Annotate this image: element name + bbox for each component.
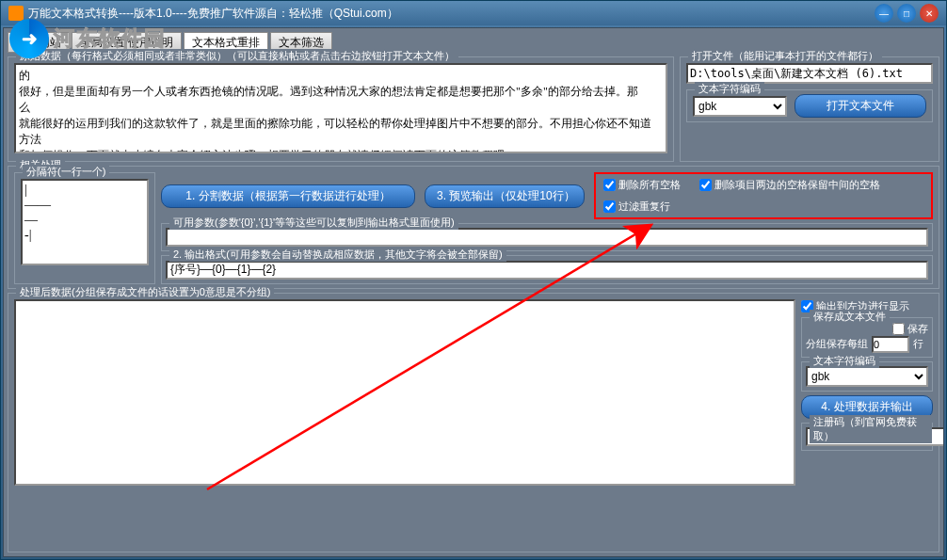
- openfile-fieldset: 打开文件（能用记事本打开的文件都行） 文本字符编码 gbk 打开文本文件: [680, 56, 939, 162]
- enc-save-legend: 文本字符编码: [810, 354, 879, 368]
- encoding-select-open[interactable]: gbk: [693, 96, 787, 117]
- reg-fieldset: 注册码（到官网免费获取） ...: [801, 423, 933, 451]
- processed-fieldset: 处理后数据(分组保存成文件的话设置为0意思是不分组) 输出到左边进行显示 保存成…: [8, 293, 939, 553]
- file-path-input[interactable]: [686, 63, 933, 84]
- enc-save-fieldset: 文本字符编码 gbk: [801, 361, 933, 392]
- group-label-b: 行: [913, 337, 923, 351]
- enc-legend-open: 文本字符编码: [695, 82, 764, 96]
- options-highlight-box: 删除所有空格 删除项目两边的空格保留中间的空格 过滤重复行: [594, 172, 933, 219]
- outfmt-fieldset: 2. 输出格式(可用参数会自动替换成相应数据，其他文字将会被全部保留): [161, 255, 933, 284]
- group-label-a: 分组保存每组: [806, 337, 868, 351]
- minimize-button[interactable]: —: [875, 4, 893, 23]
- preview-button[interactable]: 3. 预览输出（仅处理10行）: [425, 184, 585, 208]
- split-button[interactable]: 1. 分割数据（根据第一行数据进行处理）: [161, 184, 415, 208]
- raw-data-fieldset: 原始数据（每行格式必须相同或者非常类似）（可以直接粘帖或者点击右边按钮打开文本文…: [8, 56, 674, 162]
- close-button[interactable]: ✕: [920, 4, 939, 23]
- params-legend: 可用参数(参数'{0}','{1}'等等这些可以复制到输出格式里面使用): [169, 216, 458, 230]
- app-icon: [8, 6, 24, 21]
- delimiter-textarea[interactable]: [21, 179, 149, 265]
- outfmt-input[interactable]: [166, 261, 928, 280]
- titlebar[interactable]: 万能文本格式转换----版本1.0----免费推广软件源自：轻松推（QStui.…: [1, 1, 946, 25]
- delim-fieldset: 分隔符(一行一个): [14, 172, 155, 284]
- raw-data-textarea[interactable]: [14, 63, 667, 153]
- raw-legend: 原始数据（每行格式必须相同或者非常类似）（可以直接粘帖或者点击右边按钮打开文本文…: [16, 49, 458, 63]
- chk-trim-sides[interactable]: 删除项目两边的空格保留中间的空格: [699, 178, 880, 192]
- save-legend: 保存成文本文件: [810, 310, 890, 324]
- maximize-button[interactable]: □: [897, 4, 916, 23]
- output-textarea[interactable]: [14, 299, 795, 486]
- chk-dedup[interactable]: 过滤重复行: [603, 200, 670, 214]
- processed-legend: 处理后数据(分组保存成文件的话设置为0意思是不分组): [16, 285, 274, 299]
- encoding-select-save[interactable]: gbk: [806, 366, 928, 387]
- chk-save[interactable]: 保存: [892, 322, 928, 336]
- window-title: 万能文本格式转换----版本1.0----免费推广软件源自：轻松推（QStui.…: [28, 6, 398, 22]
- chk-trim-all[interactable]: 删除所有空格: [603, 178, 681, 192]
- open-file-button[interactable]: 打开文本文件: [795, 94, 926, 118]
- save-fieldset: 保存成文本文件 保存 分组保存每组 行: [801, 317, 933, 358]
- params-input[interactable]: [166, 228, 928, 247]
- client-area: 官方网站 全局设置/使用说明 文本格式重排 文本筛选 原始数据（每行格式必须相同…: [3, 27, 944, 557]
- group-size-input[interactable]: [872, 336, 909, 353]
- outfmt-legend: 2. 输出格式(可用参数会自动替换成相应数据，其他文字将会被全部保留): [169, 248, 506, 262]
- related-fieldset: 相关处理 分隔符(一行一个) 1. 分割数据（根据第一行数据进行处理） 3. 预…: [8, 166, 939, 289]
- openfile-legend: 打开文件（能用记事本打开的文件都行）: [688, 49, 882, 63]
- app-window: 万能文本格式转换----版本1.0----免费推广软件源自：轻松推（QStui.…: [0, 0, 947, 560]
- delim-legend: 分隔符(一行一个): [23, 165, 109, 179]
- reg-legend: 注册码（到官网免费获取）: [810, 415, 932, 443]
